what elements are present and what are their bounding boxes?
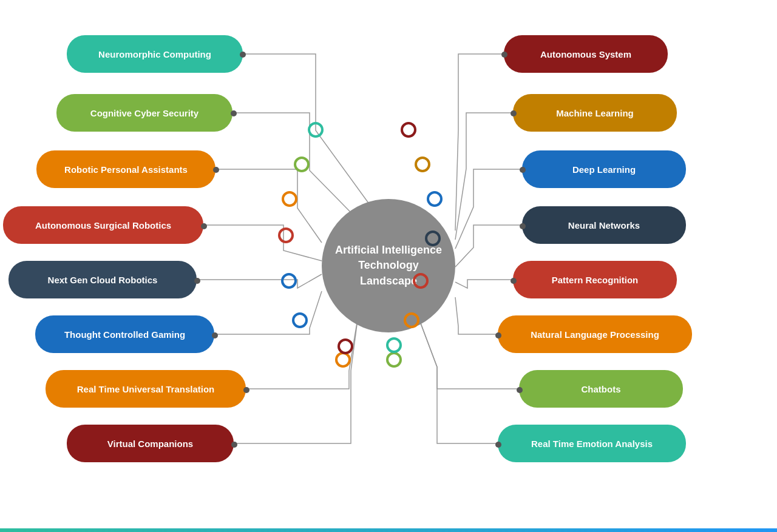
dot-surgical	[201, 223, 207, 229]
node-autonomous[interactable]: Autonomous System	[504, 35, 668, 73]
node-companions[interactable]: Virtual Companions	[67, 425, 234, 462]
dot-deep	[520, 167, 526, 173]
ring-deep	[427, 191, 443, 207]
ring-ml	[415, 157, 430, 172]
node-cloud-robotics[interactable]: Next Gen Cloud Robotics	[8, 261, 197, 298]
node-robotic-pa[interactable]: Robotic Personal Assistants	[36, 150, 215, 188]
node-cognitive[interactable]: Cognitive Cyber Security	[56, 94, 232, 132]
node-gaming[interactable]: Thought Controlled Gaming	[35, 315, 214, 353]
dot-cloud-robotics	[194, 278, 200, 284]
ring-robotic-pa	[282, 191, 297, 207]
dot-robotic-pa	[213, 167, 219, 173]
node-nlp[interactable]: Natural Language Processing	[498, 315, 692, 353]
ring-emotion	[386, 337, 402, 353]
node-chatbots[interactable]: Chatbots	[519, 370, 683, 408]
dot-gaming	[212, 332, 218, 338]
dot-ml	[511, 110, 517, 116]
ring-chatbots	[386, 352, 402, 368]
node-deep[interactable]: Deep Learning	[522, 150, 686, 188]
node-translation[interactable]: Real Time Universal Translation	[46, 370, 246, 408]
ring-autonomous	[401, 122, 416, 138]
ring-surgical	[278, 227, 294, 243]
dot-neural	[520, 223, 526, 229]
ring-cognitive	[294, 157, 310, 172]
dot-cognitive	[231, 110, 237, 116]
node-surgical[interactable]: Autonomous Surgical Robotics	[3, 206, 203, 244]
dot-translation	[243, 387, 249, 393]
center-circle: Artificial Intelligence Technology Lands…	[322, 199, 455, 332]
dot-neuromorphic	[240, 52, 246, 58]
ring-gaming	[292, 312, 308, 328]
ring-nlp	[404, 312, 419, 328]
node-neuromorphic[interactable]: Neuromorphic Computing	[67, 35, 243, 73]
node-ml[interactable]: Machine Learning	[513, 94, 677, 132]
dot-emotion	[495, 442, 501, 448]
ring-neural	[425, 231, 441, 246]
node-neural[interactable]: Neural Networks	[522, 206, 686, 244]
bottom-bar	[0, 528, 777, 532]
ring-cloud-robotics	[281, 273, 297, 289]
ring-companions	[338, 338, 353, 354]
diagram: Artificial Intelligence Technology Lands…	[0, 0, 777, 532]
node-emotion[interactable]: Real Time Emotion Analysis	[498, 425, 686, 462]
ring-translation	[335, 352, 351, 368]
node-pattern[interactable]: Pattern Recognition	[513, 261, 677, 298]
dot-chatbots	[517, 387, 523, 393]
ring-pattern	[413, 273, 429, 289]
dot-pattern	[511, 278, 517, 284]
dot-companions	[231, 442, 237, 448]
ring-neuromorphic	[308, 122, 324, 138]
dot-autonomous	[501, 52, 507, 58]
dot-nlp	[495, 332, 501, 338]
